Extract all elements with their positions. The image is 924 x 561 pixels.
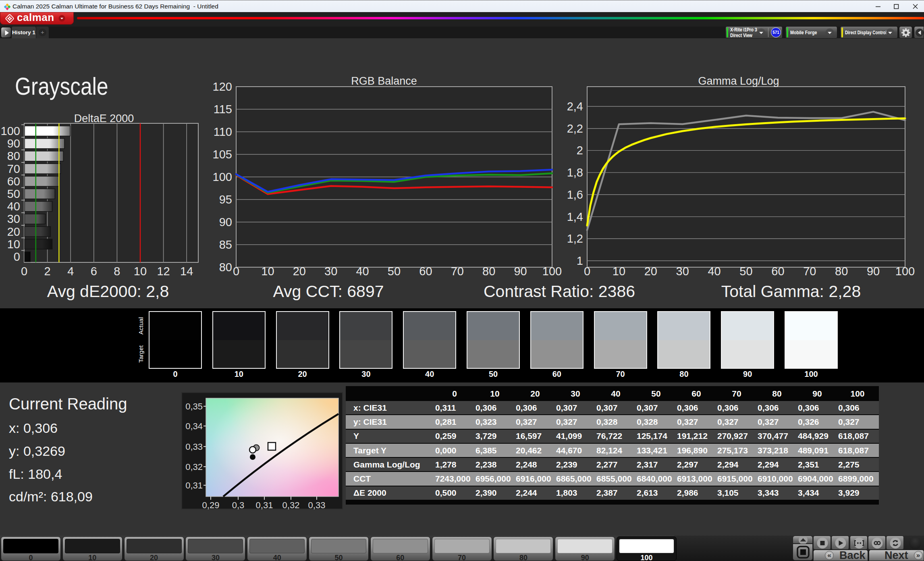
svg-text:100: 100: [542, 265, 562, 278]
svg-text:0: 0: [233, 265, 239, 278]
svg-text:2,4: 2,4: [567, 100, 583, 113]
svg-text:14: 14: [180, 265, 193, 278]
svg-text:70: 70: [7, 162, 20, 175]
svg-text:100: 100: [895, 265, 915, 278]
svg-text:100: 100: [1, 125, 20, 137]
svg-text:80: 80: [219, 261, 232, 274]
svg-text:6: 6: [91, 265, 97, 278]
svg-text:90: 90: [219, 216, 232, 229]
svg-text:50: 50: [739, 265, 752, 278]
svg-text:20: 20: [293, 265, 306, 278]
svg-text:80: 80: [482, 265, 495, 278]
svg-text:Gamma Log/Log: Gamma Log/Log: [698, 75, 779, 87]
svg-text:120: 120: [213, 80, 232, 93]
svg-text:80: 80: [835, 265, 848, 278]
svg-text:50: 50: [7, 187, 20, 200]
svg-text:60: 60: [419, 265, 432, 278]
svg-text:0,33: 0,33: [308, 500, 326, 510]
svg-text:1: 1: [577, 254, 583, 267]
svg-text:40: 40: [356, 265, 369, 278]
svg-text:1,4: 1,4: [567, 210, 583, 223]
svg-text:0: 0: [21, 265, 27, 278]
svg-text:0,31: 0,31: [185, 480, 203, 490]
svg-text:85: 85: [219, 238, 232, 251]
svg-text:110: 110: [214, 125, 232, 138]
svg-text:80: 80: [7, 150, 20, 162]
svg-text:1,6: 1,6: [567, 188, 583, 201]
svg-text:90: 90: [7, 137, 20, 150]
svg-text:20: 20: [7, 225, 20, 238]
svg-text:105: 105: [213, 148, 232, 161]
svg-text:2: 2: [44, 265, 51, 278]
svg-text:30: 30: [324, 265, 337, 278]
svg-text:60: 60: [771, 265, 784, 278]
svg-text:10: 10: [7, 238, 20, 251]
svg-text:50: 50: [388, 265, 401, 278]
svg-text:10: 10: [261, 265, 274, 278]
svg-text:1,2: 1,2: [567, 232, 583, 245]
svg-text:0,32: 0,32: [282, 500, 300, 510]
svg-text:0,32: 0,32: [185, 462, 203, 472]
svg-text:60: 60: [7, 175, 20, 188]
svg-text:40: 40: [708, 265, 721, 278]
svg-text:0,33: 0,33: [185, 442, 203, 452]
svg-text:2,2: 2,2: [567, 122, 583, 135]
svg-text:1,8: 1,8: [567, 166, 583, 179]
svg-text:0,31: 0,31: [256, 500, 273, 510]
svg-text:90: 90: [867, 265, 880, 278]
svg-text:30: 30: [7, 212, 20, 225]
svg-text:115: 115: [214, 103, 232, 116]
svg-text:10: 10: [134, 265, 147, 278]
svg-text:40: 40: [7, 200, 20, 213]
svg-text:10: 10: [613, 265, 625, 278]
svg-text:0,35: 0,35: [185, 401, 203, 411]
svg-text:90: 90: [514, 265, 527, 278]
svg-text:0,29: 0,29: [202, 500, 220, 510]
svg-text:12: 12: [157, 265, 170, 278]
svg-text:4: 4: [67, 265, 74, 278]
svg-text:30: 30: [676, 265, 689, 278]
svg-text:70: 70: [803, 265, 816, 278]
svg-text:0,34: 0,34: [185, 421, 203, 431]
svg-text:8: 8: [114, 265, 120, 278]
svg-text:100: 100: [213, 170, 232, 183]
svg-text:20: 20: [644, 265, 657, 278]
svg-text:0: 0: [14, 250, 20, 263]
svg-text:0,3: 0,3: [232, 500, 245, 510]
svg-text:95: 95: [219, 193, 232, 206]
svg-text:0: 0: [584, 265, 590, 278]
svg-text:70: 70: [451, 265, 464, 278]
svg-text:2: 2: [577, 144, 583, 157]
svg-text:RGB Balance: RGB Balance: [351, 75, 417, 87]
svg-text:DeltaE 2000: DeltaE 2000: [74, 112, 134, 125]
